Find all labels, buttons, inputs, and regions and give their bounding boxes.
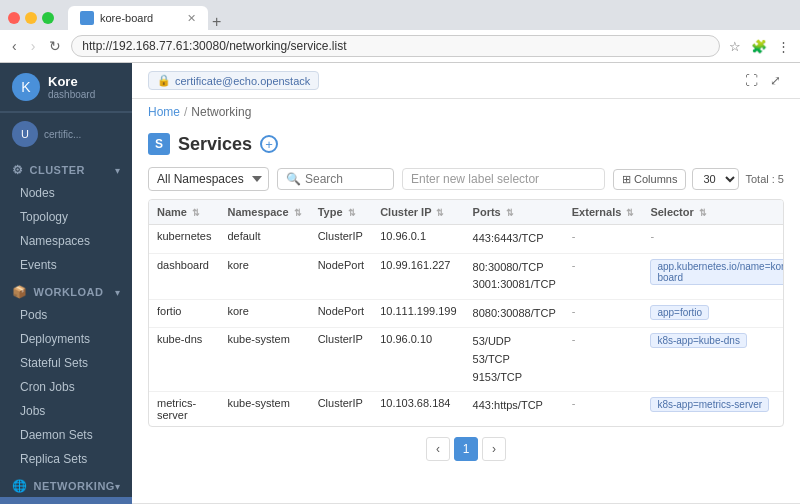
workload-section-header[interactable]: 📦 Workload ▾ [0,277,132,303]
cluster-chevron: ▾ [115,165,120,176]
active-tab[interactable]: kore-board ✕ [68,6,208,30]
minimize-window-icon[interactable] [25,12,37,24]
logo-text: Kore [48,74,95,90]
label-selector-input[interactable]: Enter new label selector [402,168,605,190]
statefulsets-label: Stateful Sets [20,356,88,370]
breadcrumb: Home / Networking [132,99,800,125]
cell-type: NodePort [310,253,372,299]
namespace-select[interactable]: All Namespaces [148,167,269,191]
search-box: 🔍 [277,168,394,190]
cell-clusterip: 10.96.0.10 [372,328,464,392]
cell-name: fortio [149,299,219,328]
filters-bar: All Namespaces 🔍 Enter new label selecto… [148,167,784,191]
selector-badge: app=fortio [650,305,709,320]
cell-externals: - [564,392,643,427]
forward-button[interactable]: › [27,36,40,56]
fullscreen-icon[interactable]: ⛶ [742,72,760,90]
table-row[interactable]: dashboard kore NodePort 10.99.161.227 80… [149,253,784,299]
cell-selector: k8s-app=kube-dns [642,328,784,392]
sidebar-item-services[interactable]: Services [0,497,132,504]
table-row[interactable]: fortio kore NodePort 10.111.199.199 8080… [149,299,784,328]
bookmark-icon[interactable]: ☆ [726,37,744,55]
selector-dash: - [650,230,654,242]
cell-externals: - [564,253,643,299]
sidebar-item-events[interactable]: Events [0,253,132,277]
replicasets-label: Replica Sets [20,452,87,466]
cell-ports: 443:6443/TCP [465,225,564,254]
cell-namespace: default [219,225,309,254]
table-header-row: Name ⇅ Namespace ⇅ Type ⇅ Cluster IP ⇅ P… [149,200,784,225]
sidebar-item-jobs[interactable]: Jobs [0,399,132,423]
user-label: certific... [44,129,81,140]
jobs-label: Jobs [20,404,45,418]
col-name[interactable]: Name ⇅ [149,200,219,225]
breadcrumb-home[interactable]: Home [148,105,180,119]
back-button[interactable]: ‹ [8,36,21,56]
address-bar[interactable] [71,35,720,57]
window-controls [8,12,54,24]
cert-icon: 🔒 [157,74,171,87]
toolbar-icons: ☆ 🧩 ⋮ [726,37,792,55]
per-page-select[interactable]: 30 [692,168,739,190]
new-tab-button[interactable]: + [212,14,221,30]
extensions-icon[interactable]: 🧩 [750,37,768,55]
cell-type: ClusterIP [310,392,372,427]
namespaces-label: Namespaces [20,234,90,248]
col-selector[interactable]: Selector ⇅ [642,200,784,225]
cell-clusterip: 10.111.199.199 [372,299,464,328]
cell-ports: 53/UDP53/TCP9153/TCP [465,328,564,392]
page-1-button[interactable]: 1 [454,437,478,461]
table-row[interactable]: kube-dns kube-system ClusterIP 10.96.0.1… [149,328,784,392]
sidebar-item-statefulsets[interactable]: Stateful Sets [0,351,132,375]
next-page-button[interactable]: › [482,437,506,461]
cluster-section-title: ⚙ Cluster [12,163,85,177]
sidebar-item-replicasets[interactable]: Replica Sets [0,447,132,471]
services-table-wrap: Name ⇅ Namespace ⇅ Type ⇅ Cluster IP ⇅ P… [148,199,784,427]
cell-externals: - [564,328,643,392]
close-window-icon[interactable] [8,12,20,24]
cell-externals: - [564,225,643,254]
breadcrumb-section: Networking [191,105,251,119]
sidebar-item-cronjobs[interactable]: Cron Jobs [0,375,132,399]
col-type[interactable]: Type ⇅ [310,200,372,225]
table-row[interactable]: metrics-server kube-system ClusterIP 10.… [149,392,784,427]
cert-label: certificate@echo.openstack [175,75,310,87]
add-service-button[interactable]: + [260,135,278,153]
col-namespace[interactable]: Namespace ⇅ [219,200,309,225]
networking-section-header[interactable]: 🌐 Networking ▾ [0,471,132,497]
refresh-button[interactable]: ↻ [45,36,65,56]
logo-icon: K [12,73,40,101]
table-body: kubernetes default ClusterIP 10.96.0.1 4… [149,225,784,427]
sidebar-item-namespaces[interactable]: Namespaces [0,229,132,253]
networking-chevron: ▾ [115,481,120,492]
sidebar-item-pods[interactable]: Pods [0,303,132,327]
sort-externals-icon: ⇅ [626,208,634,218]
col-ports[interactable]: Ports ⇅ [465,200,564,225]
deployments-label: Deployments [20,332,90,346]
columns-button[interactable]: ⊞ Columns [613,169,686,190]
table-row[interactable]: kubernetes default ClusterIP 10.96.0.1 4… [149,225,784,254]
user-area: U certific... [0,112,132,155]
table-header: Name ⇅ Namespace ⇅ Type ⇅ Cluster IP ⇅ P… [149,200,784,225]
selector-badge: app.kubernetes.io/name=kore-board [650,259,784,285]
prev-page-button[interactable]: ‹ [426,437,450,461]
expand-icon[interactable]: ⤢ [766,72,784,90]
cluster-section-header[interactable]: ⚙ Cluster ▾ [0,155,132,181]
col-clusterip[interactable]: Cluster IP ⇅ [372,200,464,225]
menu-icon[interactable]: ⋮ [774,37,792,55]
col-externals[interactable]: Externals ⇅ [564,200,643,225]
avatar: U [12,121,38,147]
selector-badge: k8s-app=kube-dns [650,333,747,348]
sidebar-item-deployments[interactable]: Deployments [0,327,132,351]
tab-close-icon[interactable]: ✕ [187,12,196,25]
sidebar-item-daemonsets[interactable]: Daemon Sets [0,423,132,447]
maximize-window-icon[interactable] [42,12,54,24]
cell-namespace: kore [219,299,309,328]
sidebar-item-topology[interactable]: Topology [0,205,132,229]
search-input[interactable] [305,172,385,186]
total-label: Total : 5 [745,173,784,185]
sort-name-icon: ⇅ [192,208,200,218]
cell-name: kubernetes [149,225,219,254]
pods-label: Pods [20,308,47,322]
sidebar-item-nodes[interactable]: Nodes [0,181,132,205]
